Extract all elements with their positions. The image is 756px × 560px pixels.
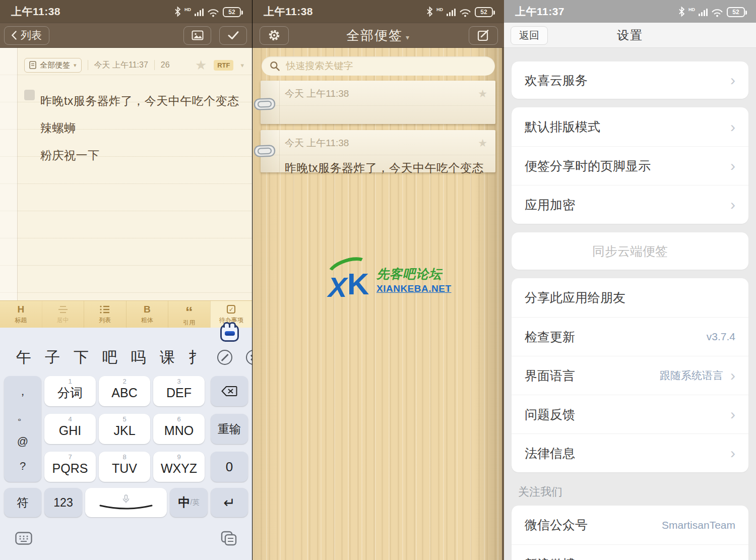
setting-row-cloud-service[interactable]: 欢喜云服务 › (512, 61, 748, 99)
key-1[interactable]: 1分词 (44, 376, 96, 406)
meta-collapse-icon[interactable]: ▾ (240, 61, 244, 69)
format-center-button[interactable]: 居中 (42, 301, 84, 328)
key-6[interactable]: 6MNO (153, 414, 205, 444)
confirm-button[interactable] (219, 26, 247, 45)
card-body (261, 106, 495, 111)
new-note-button[interactable] (469, 26, 498, 45)
key-8[interactable]: 8TUV (99, 452, 150, 482)
candidate[interactable]: 子 (45, 347, 60, 368)
backspace-key[interactable] (211, 376, 248, 406)
hd-indicator: HD (436, 8, 443, 12)
note-paper-margin (0, 48, 18, 300)
search-bar[interactable] (262, 56, 495, 76)
notebook-name: 全部便签 (40, 60, 70, 70)
editor-toolbar-top: 列表 (0, 23, 252, 48)
key-2[interactable]: 2ABC (99, 376, 150, 406)
chevron-right-icon: › (730, 447, 735, 459)
battery-level: 52 (480, 9, 487, 16)
format-heading-button[interactable]: H 标题 (0, 301, 42, 328)
list-toolbar: 全部便签▾ (253, 23, 504, 48)
notebook-dropdown-icon: ▾ (74, 62, 77, 69)
keyboard-switch-icon[interactable] (15, 532, 32, 545)
signal-icon (195, 8, 204, 16)
setting-row-feedback[interactable]: 问题反馈 › (512, 395, 748, 433)
chevron-right-icon: › (730, 199, 735, 211)
list-title[interactable]: 全部便签▾ (253, 27, 504, 44)
search-input[interactable] (285, 60, 487, 72)
candidate[interactable]: 扌 (188, 347, 204, 368)
setting-row-weibo[interactable]: 新浪微博 @SmartisanOS (512, 544, 748, 560)
symbols-key[interactable]: 符 (4, 488, 41, 517)
status-bar: 上午11:38 HD 52 (0, 0, 252, 23)
mic-icon (122, 494, 130, 504)
chevron-right-icon: › (730, 74, 735, 86)
setting-row-share-app[interactable]: 分享此应用给朋友 (512, 278, 748, 317)
key-0[interactable]: 0 (211, 452, 248, 482)
format-quote-button[interactable]: “ 引用 (168, 301, 210, 328)
setting-row-wechat[interactable]: 微信公众号 SmartisanTeam (512, 506, 748, 544)
key-5[interactable]: 5JKL (99, 414, 150, 444)
enter-key[interactable]: ↵ (211, 488, 248, 517)
close-candidates-icon[interactable] (246, 350, 252, 365)
card-star-icon[interactable]: ★ (478, 89, 487, 98)
chevron-right-icon: › (730, 408, 735, 420)
punctuation-strip[interactable]: ， 。 @ ? (4, 376, 41, 482)
setting-row-share-footer[interactable]: 便签分享时的页脚显示 › (512, 146, 748, 185)
setting-row-default-layout[interactable]: 默认排版模式 › (512, 107, 748, 146)
note-paper: 全部便签 ▾ 今天 上午11:37 26 ★ RTF ▾ 昨晚tx服务器炸了，今… (0, 48, 252, 300)
bluetooth-icon (426, 6, 433, 17)
card-date: 今天 上午11:38 (285, 87, 349, 100)
settings-button[interactable] (260, 26, 289, 45)
rtf-badge[interactable]: RTF (214, 60, 233, 71)
retype-key[interactable]: 重输 (211, 414, 248, 444)
gear-icon (268, 29, 281, 42)
keyboard-bottom-row: 符 123 中/英 ↵ (4, 488, 248, 517)
insert-image-button[interactable] (183, 26, 211, 45)
back-chevron-icon (12, 31, 17, 40)
clipboard-icon[interactable] (221, 531, 237, 546)
format-list-button[interactable]: 列表 (84, 301, 126, 328)
note-card[interactable]: 今天 上午11:38 ★ (261, 81, 495, 124)
key-4[interactable]: 4GHI (44, 414, 96, 444)
paperclip-icon (254, 97, 278, 112)
list-icon (100, 304, 110, 315)
paperclip-icon (254, 144, 278, 159)
card-star-icon[interactable]: ★ (478, 139, 487, 148)
todo-checkbox[interactable] (24, 90, 35, 100)
enter-icon: ↵ (223, 494, 235, 511)
candidate[interactable]: 午 (16, 347, 31, 368)
setting-row-check-update[interactable]: 检查更新 v3.7.4 (512, 317, 748, 356)
note-content[interactable]: 昨晚tx服务器炸了，今天中午吃个变态辣螺蛳 粉庆祝一下 (0, 74, 252, 169)
favorite-star-icon[interactable]: ★ (195, 59, 207, 71)
format-bold-button[interactable]: B 粗体 (126, 301, 168, 328)
battery-level: 52 (228, 9, 235, 16)
card-body: 昨晚tx服务器炸了，今天中午吃个变态 (261, 155, 495, 176)
search-icon (270, 60, 280, 72)
numbers-key[interactable]: 123 (44, 488, 82, 517)
key-3[interactable]: 3DEF (153, 376, 205, 406)
input-assistant-icon[interactable] (220, 325, 239, 342)
check-icon (228, 31, 239, 40)
back-button[interactable]: 返回 (511, 26, 548, 45)
sync-cloud-notes-button[interactable]: 同步云端便签 (512, 232, 748, 270)
candidate[interactable]: 课 (160, 347, 175, 368)
candidate[interactable]: 吗 (131, 347, 146, 368)
expand-candidates-icon[interactable] (217, 350, 232, 365)
language-toggle-key[interactable]: 中/英 (170, 488, 208, 517)
status-time: 上午11:38 (264, 5, 313, 19)
setting-row-app-lock[interactable]: 应用加密 › (512, 185, 748, 224)
candidate[interactable]: 吧 (102, 347, 117, 368)
back-to-list-button[interactable]: 列表 (4, 26, 49, 45)
language-value: 跟随系统语言 (660, 368, 723, 383)
space-key[interactable] (85, 488, 167, 517)
key-7[interactable]: 7PQRS (44, 452, 96, 482)
backspace-icon (221, 386, 237, 397)
key-9[interactable]: 9WXYZ (153, 452, 205, 482)
setting-row-legal[interactable]: 法律信息 › (512, 433, 748, 472)
settings-group: 默认排版模式 › 便签分享时的页脚显示 › 应用加密 › (512, 107, 748, 224)
note-card[interactable]: 今天 上午11:38 ★ 昨晚tx服务器炸了，今天中午吃个变态 (261, 130, 495, 172)
candidate[interactable]: 下 (74, 347, 89, 368)
notebook-selector[interactable]: 全部便签 ▾ (24, 58, 82, 73)
bold-icon: B (144, 304, 151, 315)
setting-row-ui-language[interactable]: 界面语言 跟随系统语言 › (512, 356, 748, 395)
